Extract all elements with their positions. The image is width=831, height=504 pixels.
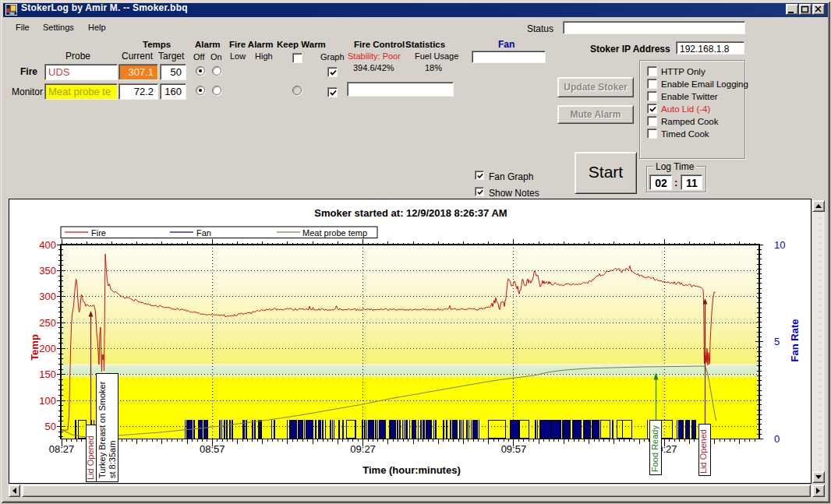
svg-text:Fan: Fan [196,228,211,238]
svg-text:10: 10 [774,239,785,251]
svg-text:Lid Opened: Lid Opened [86,435,95,480]
svg-text:Food Ready: Food Ready [650,425,659,472]
svg-text:Fan Rate: Fan Rate [789,319,801,362]
svg-text:Temp: Temp [29,334,41,361]
svg-text:200: 200 [39,343,56,354]
svg-text:150: 150 [39,368,56,380]
svg-text:400: 400 [39,239,56,251]
svg-text:5: 5 [774,336,780,347]
svg-text:Smoker started at: 12/9/2018 8: Smoker started at: 12/9/2018 8:26:37 AM [314,207,507,219]
svg-text:250: 250 [39,317,56,329]
svg-text:50: 50 [45,421,56,432]
svg-text:Meat probe temp: Meat probe temp [302,228,367,238]
svg-text:Lid Opened: Lid Opened [698,429,708,474]
svg-text:Time (hour:minutes): Time (hour:minutes) [362,464,460,476]
svg-text:Fire: Fire [91,228,106,238]
svg-text:350: 350 [39,265,56,277]
svg-text:0: 0 [774,433,780,445]
svg-text:st 8:35am: st 8:35am [108,441,117,478]
svg-text:09:57: 09:57 [501,443,527,455]
svg-text:09:27: 09:27 [350,443,376,455]
svg-text:08:27: 08:27 [49,443,75,455]
svg-text:300: 300 [39,291,56,302]
svg-text:100: 100 [39,395,56,407]
svg-text:08:57: 08:57 [200,443,225,455]
svg-text:Turkey Breast on Smoker: Turkey Breast on Smoker [97,381,107,478]
